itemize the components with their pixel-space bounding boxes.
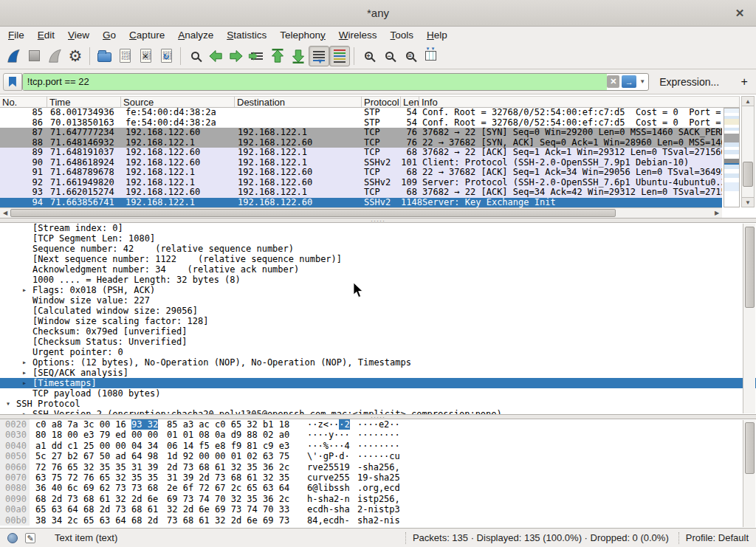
packet-row-87[interactable]: 8771.647777234192.168.122.60192.168.122.…	[0, 128, 722, 138]
column-header-time[interactable]: Time	[47, 97, 121, 107]
go-first-button[interactable]	[267, 46, 288, 66]
display-filter-field[interactable]: !tcp.port == 22 ✕ → ▼	[22, 73, 649, 91]
detail-item[interactable]: [Next sequence number: 1122 (relative se…	[0, 254, 756, 264]
hex-row-0070[interactable]: 007063 75 72 76 65 32 35 3531 39 2d 73 6…	[0, 472, 756, 483]
detail-item[interactable]: Sequence number: 42 (relative sequence n…	[0, 244, 756, 254]
zoom-out-button[interactable]: −	[379, 46, 399, 66]
detail-item[interactable]: [Calculated window size: 29056]	[0, 306, 756, 316]
capture-start-button[interactable]	[3, 46, 24, 66]
detail-item[interactable]: ▾SSH Protocol	[0, 399, 756, 409]
menu-item-view[interactable]: View	[61, 28, 96, 42]
scrollbar-thumb[interactable]	[743, 162, 753, 187]
detail-item[interactable]: 1000 .... = Header Length: 32 bytes (8)	[0, 275, 756, 285]
scroll-right-icon[interactable]: ▶	[712, 208, 722, 218]
packet-row-93[interactable]: 9371.662015274192.168.122.60192.168.122.…	[0, 188, 722, 198]
detail-item[interactable]: [TCP Segment Len: 1080]	[0, 233, 756, 244]
go-last-button[interactable]	[288, 46, 309, 66]
find-packet-button[interactable]	[185, 46, 205, 66]
detail-item[interactable]: ▸Options: (12 bytes), No-Operation (NOP)…	[0, 357, 756, 368]
expression-button[interactable]: Expression...	[659, 76, 719, 88]
packet-row-90[interactable]: 9071.648618924192.168.122.60192.168.122.…	[0, 158, 722, 168]
bytes-vertical-scrollbar[interactable]	[743, 420, 755, 527]
expert-info-icon[interactable]	[7, 533, 18, 543]
details-vertical-scrollbar[interactable]	[743, 224, 755, 413]
packet-row-86[interactable]: 8670.013850163fe:54:00:d4:38:2aSTP54Conf…	[0, 118, 722, 128]
hex-row-0020[interactable]: 0020c0 a8 7a 3c 00 16 93 3285 a3 ac c0 6…	[0, 419, 756, 430]
detail-item[interactable]: [Window size scaling factor: 128]	[0, 316, 756, 326]
resize-columns-button[interactable]: ▼▼	[420, 46, 441, 66]
menu-item-wireless[interactable]: Wireless	[332, 28, 384, 42]
column-header-destination[interactable]: Destination	[235, 97, 362, 107]
expander-closed-icon[interactable]: ▸	[22, 285, 27, 295]
hex-row-00b0[interactable]: 00b038 34 2c 65 63 64 68 2d73 68 61 32 2…	[0, 515, 756, 526]
hex-row-0060[interactable]: 006072 76 65 32 35 35 31 392d 73 68 61 3…	[0, 462, 756, 472]
capture-comment-icon[interactable]: ✎	[25, 533, 35, 543]
packet-list-minimap[interactable]	[724, 108, 740, 207]
close-window-icon[interactable]: ✕	[732, 6, 747, 21]
menu-item-telephony[interactable]: Telephony	[273, 28, 332, 42]
detail-item[interactable]: ▸[Timestamps]	[0, 378, 756, 388]
scroll-up-icon[interactable]: ▲	[742, 97, 754, 106]
menu-item-file[interactable]: File	[1, 28, 31, 42]
column-header-no[interactable]: No.	[0, 97, 47, 107]
status-profile[interactable]: Profile: Default	[686, 532, 749, 543]
expander-closed-icon[interactable]: ▸	[22, 378, 27, 388]
file-close-button[interactable]: 0101 1110 0110✕	[135, 46, 156, 66]
pane-splitter[interactable]: ·····	[0, 414, 756, 419]
menu-item-tools[interactable]: Tools	[384, 28, 421, 42]
hex-row-0030[interactable]: 003080 18 00 e3 79 ed 00 0001 01 08 0a d…	[0, 430, 756, 440]
zoom-reset-button[interactable]: =	[399, 46, 420, 66]
detail-item[interactable]: ▸[SEQ/ACK analysis]	[0, 368, 756, 378]
go-to-packet-button[interactable]	[247, 46, 267, 66]
pane-splitter[interactable]: ·····	[0, 218, 756, 223]
expander-closed-icon[interactable]: ▸	[22, 368, 27, 378]
detail-item[interactable]: ▸Flags: 0x018 (PSH, ACK)	[0, 285, 756, 295]
scrollbar-thumb[interactable]	[745, 422, 755, 474]
capture-restart-button[interactable]	[44, 46, 65, 66]
scrollbar-thumb[interactable]	[745, 227, 755, 308]
filter-apply-icon[interactable]: →	[622, 75, 636, 88]
hex-row-0080[interactable]: 008036 40 6c 69 62 73 73 682e 6f 72 67 2…	[0, 483, 756, 493]
menu-item-analyze[interactable]: Analyze	[171, 28, 220, 42]
expander-open-icon[interactable]: ▾	[6, 399, 10, 409]
menu-item-help[interactable]: Help	[420, 28, 454, 42]
detail-item[interactable]: Acknowledgment number: 34 (relative ack …	[0, 264, 756, 275]
display-filter-input[interactable]: !tcp.port == 22	[23, 74, 607, 90]
packet-row-85[interactable]: 8568.001734936fe:54:00:d4:38:2aSTP54Conf…	[0, 108, 722, 118]
column-header-info[interactable]: Info	[419, 97, 740, 107]
packet-row-92[interactable]: 9271.661949820192.168.122.1192.168.122.6…	[0, 178, 722, 188]
hex-row-0090[interactable]: 009068 2d 73 68 61 32 2d 6e69 73 74 70 3…	[0, 494, 756, 504]
hex-row-00a0[interactable]: 00a065 63 64 68 2d 73 68 6132 2d 6e 69 7…	[0, 504, 756, 515]
column-header-source[interactable]: Source	[121, 97, 235, 107]
detail-item[interactable]: Window size value: 227	[0, 295, 756, 306]
title-bar[interactable]: *any ✕	[0, 0, 756, 27]
packet-row-89[interactable]: 8971.648191037192.168.122.60192.168.122.…	[0, 148, 722, 158]
capture-stop-button[interactable]	[24, 46, 44, 66]
detail-item[interactable]: TCP payload (1080 bytes)	[0, 388, 756, 399]
detail-item[interactable]: Urgent pointer: 0	[0, 347, 756, 357]
scroll-left-icon[interactable]: ◀	[0, 208, 10, 218]
column-header-protocol[interactable]: Protocol	[362, 97, 401, 107]
column-header-length[interactable]: Length	[401, 97, 419, 107]
zoom-in-button[interactable]: +	[358, 46, 379, 66]
file-open-button[interactable]	[94, 46, 114, 66]
expander-closed-icon[interactable]: ▸	[22, 357, 27, 368]
go-back-button[interactable]	[205, 46, 226, 66]
hex-row-0040[interactable]: 0040a1 dd c1 25 00 00 04 3406 14 f5 e8 f…	[0, 441, 756, 451]
go-forward-button[interactable]	[226, 46, 247, 66]
packet-row-91[interactable]: 9171.648789678192.168.122.1192.168.122.6…	[0, 168, 722, 178]
capture-options-button[interactable]: ⚙	[65, 46, 86, 66]
packet-row-88[interactable]: 8871.648146932192.168.122.1192.168.122.6…	[0, 138, 722, 148]
menu-item-edit[interactable]: Edit	[31, 28, 61, 42]
menu-item-statistics[interactable]: Statistics	[220, 28, 273, 42]
detail-item[interactable]: [Checksum Status: Unverified]	[0, 337, 756, 347]
detail-item[interactable]: Checksum: 0x79ed [unverified]	[0, 326, 756, 337]
expander-closed-icon[interactable]: ▸	[22, 409, 27, 414]
packet-list-vertical-scrollbar[interactable]: ▲ ▼	[741, 96, 755, 207]
add-filter-button[interactable]: +	[735, 75, 753, 89]
packet-row-94[interactable]: 9471.663856741192.168.122.1192.168.122.6…	[0, 198, 722, 208]
scroll-down-icon[interactable]: ▼	[742, 197, 754, 207]
packet-list-horizontal-scrollbar[interactable]: ◀ ▶	[0, 207, 722, 218]
filter-history-caret-icon[interactable]: ▼	[639, 78, 648, 85]
scrollbar-thumb[interactable]	[10, 209, 616, 217]
